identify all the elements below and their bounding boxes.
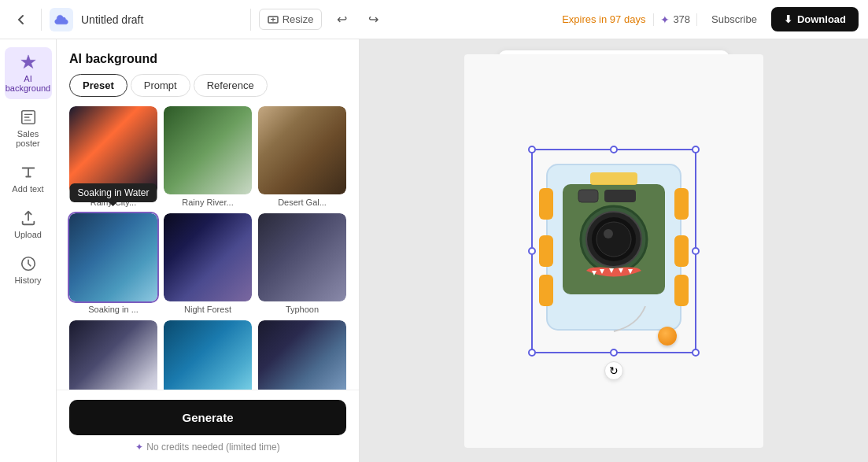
ai-background-panel: AI background Preset Prompt Reference Ra… — [57, 39, 360, 462]
tooltip-text: Soaking in Water — [78, 187, 150, 198]
list-item[interactable]: Night Forest — [164, 213, 252, 314]
sidebar-item-history[interactable]: History — [5, 249, 52, 291]
no-credits-label: No credits needed (limited time) — [146, 442, 279, 453]
generate-button[interactable]: Generate — [69, 400, 346, 435]
download-label: Download — [797, 13, 846, 25]
panel-tabs: Preset Prompt Reference — [57, 74, 359, 106]
topbar: Untitled draft Resize ↩ ↪ Expires in 97 … — [0, 0, 868, 39]
credits-count: 378 — [673, 13, 690, 25]
sidebar-item-ai-background-label: AI background — [6, 74, 51, 93]
canvas-content: ↻ — [360, 39, 868, 462]
preset-label: Desert Gal... — [258, 198, 346, 207]
sidebar-item-sales-poster[interactable]: Sales poster — [5, 102, 52, 154]
svg-rect-14 — [674, 275, 689, 306]
download-icon: ⬇ — [784, 13, 792, 25]
preset-label: Typhoon — [258, 305, 346, 314]
list-item[interactable]: Water Spla... — [164, 320, 252, 390]
handle-top-right[interactable] — [692, 146, 700, 153]
subscribe-button[interactable]: Subscribe — [705, 13, 763, 25]
preset-label: Soaking in ... — [69, 305, 157, 314]
credits-star-icon: ✦ — [660, 13, 670, 26]
handle-bot-left[interactable] — [528, 349, 536, 357]
strap-float — [658, 327, 677, 346]
topbar-divider2 — [250, 9, 251, 31]
list-item[interactable]: Typhoon — [258, 213, 346, 314]
rotate-handle[interactable]: ↻ — [604, 361, 623, 380]
redo-button[interactable]: ↪ — [361, 8, 385, 31]
list-item[interactable]: Snowy Str... — [69, 320, 157, 390]
preset-grid: Rainy City... Rainy River... Desert Gal.… — [57, 106, 359, 390]
expiry-label: Expires in 97 days — [562, 13, 645, 25]
canvas-frame[interactable]: ↻ — [464, 54, 763, 448]
sidebar-item-upload[interactable]: Upload — [5, 203, 52, 246]
undo-button[interactable]: ↩ — [330, 8, 353, 31]
main-content: AI background Sales poster Add text Uplo… — [0, 39, 868, 462]
tab-prompt[interactable]: Prompt — [131, 74, 190, 97]
handle-mid-right[interactable] — [692, 247, 700, 255]
sidebar-item-history-label: History — [14, 275, 41, 285]
sidebar-item-add-text[interactable]: Add text — [5, 157, 52, 200]
svg-rect-10 — [539, 235, 553, 267]
svg-rect-22 — [604, 190, 636, 202]
svg-rect-12 — [674, 188, 689, 220]
svg-rect-9 — [539, 188, 553, 220]
panel-title: AI background — [57, 39, 359, 74]
panel-bottom: Generate ✦ No credits needed (limited ti… — [57, 390, 359, 462]
app-logo — [50, 8, 73, 31]
topbar-divider — [41, 9, 42, 31]
svg-rect-13 — [674, 235, 689, 267]
tab-reference[interactable]: Reference — [194, 74, 268, 97]
no-credits-notice: ✦ No credits needed (limited time) — [69, 442, 346, 453]
credits-display: ✦ 378 — [653, 13, 697, 26]
resize-button[interactable]: Resize — [259, 9, 323, 30]
svg-point-20 — [604, 229, 613, 238]
no-credits-star-icon: ✦ — [135, 442, 143, 453]
list-item[interactable]: Soaking in Water Soaking in ... — [69, 213, 157, 314]
list-item[interactable]: Desert Gal... — [258, 106, 346, 207]
svg-rect-21 — [578, 190, 598, 202]
document-title: Untitled draft — [81, 13, 242, 26]
handle-bot-right[interactable] — [692, 349, 700, 357]
svg-rect-23 — [590, 172, 637, 185]
sidebar-item-upload-label: Upload — [14, 230, 42, 239]
product-image[interactable]: ↻ — [535, 149, 693, 353]
sidebar-item-add-text-label: Add text — [12, 184, 43, 194]
preset-label: Night Forest — [164, 305, 252, 314]
canvas-area: HD — [360, 39, 868, 462]
list-item[interactable]: City Skyline — [258, 320, 346, 390]
sidebar-left: AI background Sales poster Add text Uplo… — [0, 39, 57, 462]
handle-bot-center[interactable] — [610, 349, 618, 357]
svg-point-19 — [597, 222, 631, 257]
resize-label: Resize — [283, 13, 314, 25]
svg-rect-11 — [539, 275, 553, 306]
tab-preset[interactable]: Preset — [69, 74, 127, 97]
sidebar-item-sales-poster-label: Sales poster — [8, 129, 49, 148]
back-button[interactable] — [9, 8, 33, 31]
download-button[interactable]: ⬇ Download — [771, 7, 859, 31]
preset-label: Rainy River... — [164, 198, 252, 207]
list-item[interactable]: Rainy River... — [164, 106, 252, 207]
sidebar-item-ai-background[interactable]: AI background — [5, 47, 52, 99]
